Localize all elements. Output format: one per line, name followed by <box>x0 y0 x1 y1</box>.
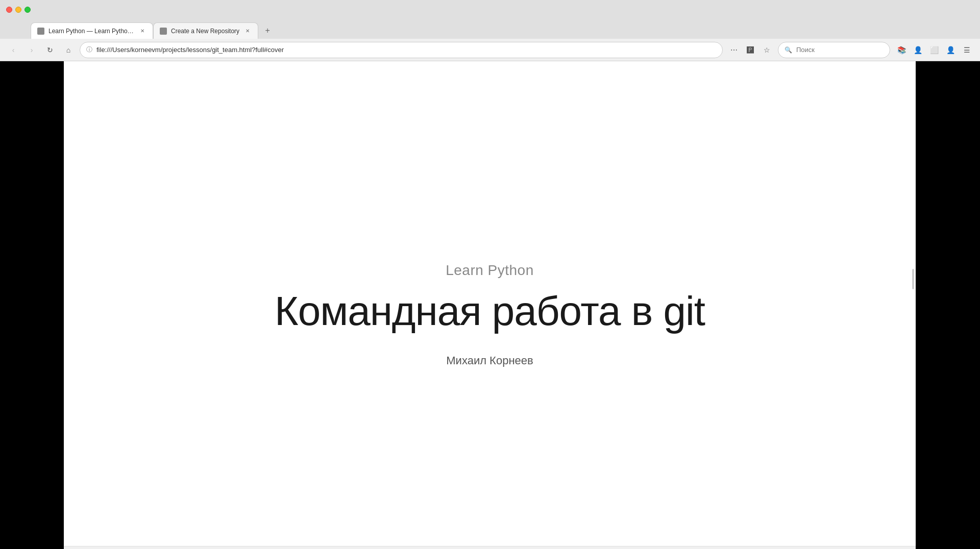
sidebar-button[interactable]: ⬜ <box>927 43 941 57</box>
nav-extra-buttons: ⋯ 🅿 ☆ <box>727 43 774 57</box>
forward-button[interactable]: › <box>24 43 39 57</box>
tab-active[interactable]: Learn Python — Learn Python: Kom… ✕ <box>31 22 153 39</box>
new-tab-button[interactable]: + <box>260 23 275 38</box>
search-icon: 🔍 <box>785 46 792 54</box>
home-button[interactable]: ⌂ <box>61 43 76 57</box>
traffic-lights <box>6 7 31 13</box>
pocket-icon: 🅿 <box>747 46 754 54</box>
home-icon: ⌂ <box>66 46 70 54</box>
reload-icon: ↻ <box>47 46 53 54</box>
back-icon: ‹ <box>12 46 15 54</box>
pocket-button[interactable]: 🅿 <box>743 43 757 57</box>
slide-subtitle: Learn Python <box>446 262 534 279</box>
address-url: file:///Users/korneevm/projects/lessons/… <box>96 46 716 54</box>
more-icon: ⋯ <box>730 46 738 54</box>
location-icon: ⓘ <box>86 45 92 54</box>
tab-title-2: Create a New Repository <box>171 28 239 35</box>
minimize-button[interactable] <box>15 7 21 13</box>
tab-title-1: Learn Python — Learn Python: Kom… <box>48 28 134 35</box>
profile-icon: 👤 <box>946 46 955 54</box>
sidebar-icon: ⬜ <box>930 46 939 54</box>
profile-button[interactable]: 👤 <box>943 43 958 57</box>
library-icon: 📚 <box>897 46 906 54</box>
scrollbar-thumb[interactable] <box>912 269 914 289</box>
content-wrapper: Learn Python Командная работа в git Миха… <box>0 61 980 549</box>
tab-favicon-1 <box>37 28 44 35</box>
tab-favicon-2 <box>160 28 167 35</box>
slide-title: Командная работа в git <box>275 289 705 334</box>
bookmark-button[interactable]: ☆ <box>760 43 774 57</box>
scrollbar-track[interactable] <box>911 42 915 546</box>
sidebar-left <box>0 61 64 549</box>
tab-close-1[interactable]: ✕ <box>138 27 146 35</box>
nav-bar: ‹ › ↻ ⌂ ⓘ file:///Users/korneevm/project… <box>0 39 980 61</box>
menu-button[interactable]: ☰ <box>960 43 974 57</box>
more-button[interactable]: ⋯ <box>727 43 741 57</box>
tab-inactive[interactable]: Create a New Repository ✕ <box>153 22 258 39</box>
tabs-bar: Learn Python — Learn Python: Kom… ✕ Crea… <box>0 19 980 39</box>
address-bar[interactable]: ⓘ file:///Users/korneevm/projects/lesson… <box>80 42 723 58</box>
browser-actions: 📚 👤 ⬜ 👤 ☰ <box>894 43 974 57</box>
forward-icon: › <box>31 46 33 54</box>
main-content: Learn Python Командная работа в git Миха… <box>64 61 916 549</box>
close-button[interactable] <box>6 7 12 13</box>
bookmark-icon: ☆ <box>764 46 770 54</box>
back-button[interactable]: ‹ <box>6 43 20 57</box>
tab-close-2[interactable]: ✕ <box>243 27 252 35</box>
search-bar[interactable]: 🔍 <box>778 42 890 58</box>
reload-button[interactable]: ↻ <box>43 43 57 57</box>
hamburger-icon: ☰ <box>964 46 970 54</box>
slide-author: Михаил Корнеев <box>446 354 533 367</box>
title-bar <box>0 0 980 19</box>
bottom-bar <box>64 546 916 549</box>
sidebar-right <box>916 61 980 549</box>
browser-chrome: Learn Python — Learn Python: Kom… ✕ Crea… <box>0 0 980 61</box>
search-input[interactable] <box>796 46 873 54</box>
library-button[interactable]: 📚 <box>894 43 909 57</box>
maximize-button[interactable] <box>24 7 31 13</box>
